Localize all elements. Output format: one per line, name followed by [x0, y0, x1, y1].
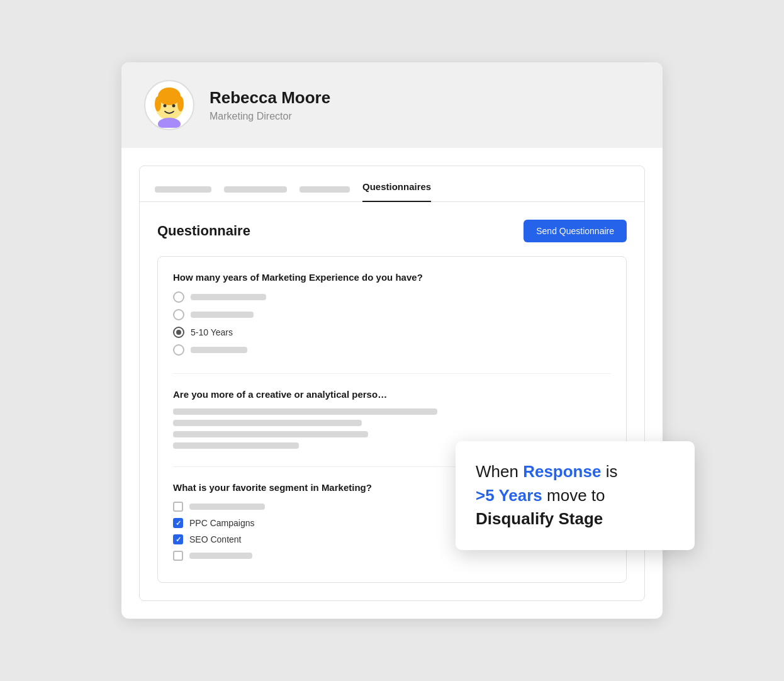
tooltip-years-highlight: >5 Years	[476, 486, 542, 505]
profile-name: Rebecca Moore	[210, 88, 330, 108]
radio-row-1-3: 5-10 Years	[173, 327, 611, 338]
radio-option-1-4[interactable]	[173, 344, 184, 356]
tooltip-disqualify: Disqualify Stage	[476, 509, 603, 528]
checkbox-3-2-checked[interactable]	[173, 518, 183, 528]
tooltip-suffix-1: is	[601, 462, 617, 481]
checkbox-3-1[interactable]	[173, 502, 183, 512]
checkbox-label-3-3: SEO Content	[189, 534, 242, 544]
question-block-1: How many years of Marketing Experience d…	[173, 272, 611, 356]
send-questionnaire-button[interactable]: Send Questionnaire	[524, 220, 627, 242]
section-title: Questionnaire	[157, 223, 250, 239]
profile-header: Rebecca Moore Marketing Director	[121, 62, 663, 148]
tooltip-card: When Response is >5 Years move to Disqua…	[456, 441, 695, 550]
check-row-3-4	[173, 551, 611, 561]
textarea-line-2	[173, 420, 362, 426]
radio-option-1-2[interactable]	[173, 309, 184, 320]
divider-1	[173, 373, 611, 374]
main-card: Rebecca Moore Marketing Director Questio…	[121, 62, 663, 619]
svg-point-5	[172, 104, 176, 108]
radio-placeholder-1-1	[191, 294, 266, 300]
profile-info: Rebecca Moore Marketing Director	[210, 88, 330, 121]
tooltip-text: When Response is >5 Years move to Disqua…	[476, 460, 675, 531]
checkbox-placeholder-3-4	[189, 553, 252, 559]
profile-title: Marketing Director	[210, 111, 330, 122]
radio-label-1-3: 5-10 Years	[191, 327, 233, 337]
textarea-line-4	[173, 442, 299, 449]
tab-questionnaires[interactable]: Questionnaires	[362, 181, 431, 202]
svg-point-2	[155, 96, 161, 111]
textarea-placeholder	[173, 408, 488, 449]
radio-row-1-1	[173, 291, 611, 303]
tooltip-response-highlight: Response	[523, 462, 601, 481]
radio-row-1-2	[173, 309, 611, 320]
tab-placeholder-2[interactable]	[224, 186, 287, 193]
radio-placeholder-1-4	[191, 347, 247, 353]
section-header: Questionnaire Send Questionnaire	[157, 220, 627, 242]
radio-option-1-3-selected[interactable]	[173, 327, 184, 338]
tooltip-prefix: When	[476, 462, 523, 481]
tab-placeholder-1[interactable]	[155, 186, 211, 193]
checkbox-label-3-2: PPC Campaigns	[189, 518, 255, 528]
question-block-2: Are you more of a creative or analytical…	[173, 389, 611, 449]
svg-point-1	[158, 87, 181, 105]
svg-point-4	[164, 104, 167, 108]
radio-row-1-4	[173, 344, 611, 356]
checkbox-3-3-checked[interactable]	[173, 534, 183, 544]
textarea-line-3	[173, 431, 368, 437]
svg-point-3	[177, 96, 184, 111]
question-label-2: Are you more of a creative or analytical…	[173, 389, 611, 400]
radio-placeholder-1-2	[191, 312, 254, 318]
tooltip-suffix-2: move to	[542, 486, 605, 505]
checkbox-placeholder-3-1	[189, 504, 265, 510]
tabs-bar: Questionnaires	[140, 166, 644, 202]
tab-placeholder-3[interactable]	[300, 186, 350, 193]
radio-option-1-1[interactable]	[173, 291, 184, 303]
checkbox-3-4[interactable]	[173, 551, 183, 561]
inner-card: Questionnaires Questionnaire Send Questi…	[139, 166, 645, 601]
textarea-line-1	[173, 408, 437, 415]
avatar	[144, 80, 194, 130]
question-label-1: How many years of Marketing Experience d…	[173, 272, 611, 283]
